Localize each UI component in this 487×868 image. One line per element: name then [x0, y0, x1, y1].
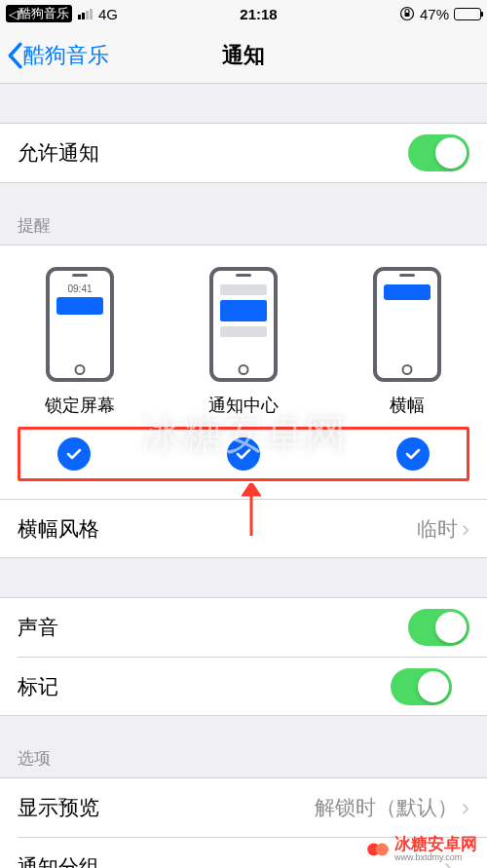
alerts-header: 提醒	[0, 207, 487, 245]
lockscreen-label: 锁定屏幕	[45, 394, 115, 417]
battery-pct: 47%	[420, 6, 449, 22]
chevron-right-icon: ›	[462, 517, 469, 541]
network-mode: 4G	[98, 6, 118, 22]
banner-preview-icon	[373, 267, 441, 382]
options-header: 选项	[0, 739, 487, 777]
alert-option-notification-center[interactable]: 通知中心	[181, 267, 306, 417]
badge-row: 标记	[18, 657, 487, 715]
sound-label: 声音	[18, 614, 408, 641]
alert-option-lockscreen[interactable]: 09:41 锁定屏幕	[18, 267, 142, 417]
brand-badge: 冰糖安卓网 www.bxtdmy.com	[365, 836, 477, 862]
chevron-right-icon: ›	[462, 796, 469, 819]
alert-option-banner[interactable]: 横幅	[345, 267, 469, 417]
nav-bar: 酷狗音乐 通知	[0, 27, 487, 84]
battery-icon	[454, 8, 481, 20]
clock: 21:18	[118, 6, 399, 22]
banner-check[interactable]	[396, 437, 430, 471]
banner-style-label: 横幅风格	[18, 515, 417, 543]
notification-center-check[interactable]	[227, 437, 260, 471]
banner-style-row[interactable]: 横幅风格 临时 ›	[0, 499, 487, 557]
sound-row: 声音	[0, 598, 487, 657]
sound-switch[interactable]	[408, 609, 469, 646]
banner-style-value: 临时	[417, 515, 462, 543]
lockscreen-preview-icon: 09:41	[46, 267, 114, 382]
signal-icon	[78, 9, 93, 19]
back-label: 酷狗音乐	[23, 41, 109, 70]
lockscreen-check[interactable]	[57, 437, 91, 471]
chevron-left-icon	[6, 42, 23, 69]
svg-rect-1	[404, 13, 409, 17]
check-icon	[403, 444, 423, 464]
back-button[interactable]: 酷狗音乐	[0, 41, 109, 70]
brand-icon	[365, 837, 391, 862]
status-bar: ◁ 酷狗音乐 4G 21:18 47%	[0, 0, 487, 27]
alert-style-row: 09:41 锁定屏幕 通知中心	[0, 245, 487, 417]
badge-label: 标记	[18, 673, 391, 700]
orientation-lock-icon	[399, 6, 415, 21]
show-preview-value: 解锁时（默认）	[315, 794, 462, 821]
highlight-annotation	[18, 427, 469, 481]
check-icon	[64, 444, 84, 464]
show-preview-row[interactable]: 显示预览 解锁时（默认） ›	[0, 778, 487, 837]
show-preview-label: 显示预览	[18, 794, 315, 821]
breadcrumb-app-icon[interactable]: ◁ 酷狗音乐	[6, 5, 72, 22]
allow-switch[interactable]	[408, 134, 469, 171]
notification-center-preview-icon	[209, 267, 278, 382]
allow-notifications-row: 允许通知	[0, 124, 487, 182]
allow-label: 允许通知	[18, 139, 408, 167]
notification-center-label: 通知中心	[208, 394, 279, 417]
check-icon	[234, 444, 253, 464]
banner-label: 横幅	[390, 394, 425, 417]
badge-switch[interactable]	[391, 668, 452, 705]
svg-point-3	[376, 843, 389, 855]
